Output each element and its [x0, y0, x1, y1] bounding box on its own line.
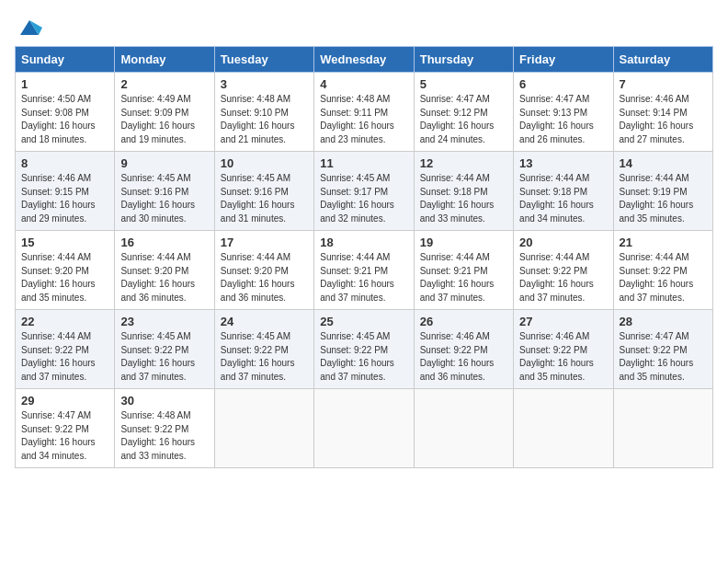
calendar-cell: 4Sunrise: 4:48 AM Sunset: 9:11 PM Daylig… [314, 73, 414, 152]
calendar-cell [514, 389, 613, 468]
day-info: Sunrise: 4:44 AM Sunset: 9:22 PM Dayligh… [519, 251, 607, 304]
calendar-cell: 29Sunrise: 4:47 AM Sunset: 9:22 PM Dayli… [16, 389, 115, 468]
day-number: 29 [21, 394, 108, 408]
day-number: 7 [620, 77, 707, 91]
calendar-cell: 21Sunrise: 4:44 AM Sunset: 9:22 PM Dayli… [613, 231, 712, 310]
day-number: 2 [120, 77, 208, 91]
day-header-sunday: Sunday [16, 47, 115, 73]
day-info: Sunrise: 4:49 AM Sunset: 9:09 PM Dayligh… [120, 93, 208, 146]
day-info: Sunrise: 4:46 AM Sunset: 9:22 PM Dayligh… [519, 330, 607, 384]
calendar-cell: 25Sunrise: 4:45 AM Sunset: 9:22 PM Dayli… [314, 310, 414, 389]
day-number: 12 [420, 156, 507, 170]
day-header-tuesday: Tuesday [214, 47, 313, 73]
calendar-cell: 27Sunrise: 4:46 AM Sunset: 9:22 PM Dayli… [514, 310, 613, 389]
day-number: 20 [519, 236, 607, 249]
calendar-cell: 28Sunrise: 4:47 AM Sunset: 9:22 PM Dayli… [613, 310, 712, 389]
calendar-cell: 1Sunrise: 4:50 AM Sunset: 9:08 PM Daylig… [16, 73, 115, 152]
calendar-week-row: 8Sunrise: 4:46 AM Sunset: 9:15 PM Daylig… [16, 152, 713, 231]
day-info: Sunrise: 4:44 AM Sunset: 9:21 PM Dayligh… [320, 251, 407, 304]
calendar-cell: 20Sunrise: 4:44 AM Sunset: 9:22 PM Dayli… [514, 231, 613, 310]
day-number: 9 [120, 156, 208, 170]
day-info: Sunrise: 4:44 AM Sunset: 9:22 PM Dayligh… [21, 330, 108, 384]
calendar-cell: 24Sunrise: 4:45 AM Sunset: 9:22 PM Dayli… [214, 310, 313, 389]
day-number: 14 [620, 156, 707, 170]
day-info: Sunrise: 4:46 AM Sunset: 9:15 PM Dayligh… [21, 172, 108, 225]
day-number: 16 [120, 236, 208, 249]
day-number: 25 [320, 315, 407, 328]
calendar-header-row: SundayMondayTuesdayWednesdayThursdayFrid… [16, 47, 713, 73]
day-number: 13 [519, 156, 607, 170]
day-info: Sunrise: 4:48 AM Sunset: 9:22 PM Dayligh… [120, 409, 208, 463]
day-header-wednesday: Wednesday [314, 47, 414, 73]
day-number: 21 [620, 236, 707, 249]
calendar-cell: 19Sunrise: 4:44 AM Sunset: 9:21 PM Dayli… [414, 231, 513, 310]
day-number: 5 [420, 77, 507, 91]
day-header-monday: Monday [115, 47, 214, 73]
day-number: 15 [21, 236, 108, 249]
day-info: Sunrise: 4:45 AM Sunset: 9:16 PM Dayligh… [120, 172, 208, 225]
day-number: 4 [320, 77, 407, 91]
day-info: Sunrise: 4:45 AM Sunset: 9:17 PM Dayligh… [320, 172, 407, 225]
calendar-cell [314, 389, 414, 468]
calendar-week-row: 29Sunrise: 4:47 AM Sunset: 9:22 PM Dayli… [16, 389, 713, 468]
day-info: Sunrise: 4:44 AM Sunset: 9:19 PM Dayligh… [620, 172, 707, 225]
calendar-cell [214, 389, 313, 468]
day-number: 6 [519, 77, 607, 91]
day-info: Sunrise: 4:47 AM Sunset: 9:22 PM Dayligh… [21, 409, 108, 463]
calendar-cell: 10Sunrise: 4:45 AM Sunset: 9:16 PM Dayli… [214, 152, 313, 231]
calendar-week-row: 1Sunrise: 4:50 AM Sunset: 9:08 PM Daylig… [16, 73, 713, 152]
calendar-cell: 5Sunrise: 4:47 AM Sunset: 9:12 PM Daylig… [414, 73, 513, 152]
calendar-cell: 22Sunrise: 4:44 AM Sunset: 9:22 PM Dayli… [16, 310, 115, 389]
day-header-friday: Friday [514, 47, 613, 73]
day-number: 30 [120, 394, 208, 408]
day-info: Sunrise: 4:45 AM Sunset: 9:16 PM Dayligh… [221, 172, 308, 225]
day-number: 1 [21, 77, 108, 91]
calendar-cell [613, 389, 712, 468]
day-info: Sunrise: 4:45 AM Sunset: 9:22 PM Dayligh… [120, 330, 208, 384]
day-info: Sunrise: 4:48 AM Sunset: 9:11 PM Dayligh… [320, 93, 407, 146]
day-info: Sunrise: 4:44 AM Sunset: 9:18 PM Dayligh… [519, 172, 607, 225]
day-info: Sunrise: 4:45 AM Sunset: 9:22 PM Dayligh… [320, 330, 407, 384]
day-info: Sunrise: 4:46 AM Sunset: 9:14 PM Dayligh… [620, 93, 707, 146]
day-number: 18 [320, 236, 407, 249]
day-info: Sunrise: 4:46 AM Sunset: 9:22 PM Dayligh… [420, 330, 507, 384]
day-info: Sunrise: 4:44 AM Sunset: 9:20 PM Dayligh… [120, 251, 208, 304]
day-header-thursday: Thursday [414, 47, 513, 73]
calendar-cell: 7Sunrise: 4:46 AM Sunset: 9:14 PM Daylig… [613, 73, 712, 152]
day-info: Sunrise: 4:45 AM Sunset: 9:22 PM Dayligh… [221, 330, 308, 384]
day-number: 19 [420, 236, 507, 249]
calendar-cell: 13Sunrise: 4:44 AM Sunset: 9:18 PM Dayli… [514, 152, 613, 231]
calendar-cell: 16Sunrise: 4:44 AM Sunset: 9:20 PM Dayli… [115, 231, 214, 310]
day-info: Sunrise: 4:47 AM Sunset: 9:22 PM Dayligh… [620, 330, 707, 384]
logo [15, 15, 42, 40]
calendar-cell [414, 389, 513, 468]
day-info: Sunrise: 4:44 AM Sunset: 9:22 PM Dayligh… [620, 251, 707, 304]
day-info: Sunrise: 4:50 AM Sunset: 9:08 PM Dayligh… [21, 93, 108, 146]
calendar-cell: 30Sunrise: 4:48 AM Sunset: 9:22 PM Dayli… [115, 389, 214, 468]
day-number: 3 [221, 77, 308, 91]
logo-icon [17, 15, 42, 40]
day-header-saturday: Saturday [613, 47, 712, 73]
day-info: Sunrise: 4:44 AM Sunset: 9:21 PM Dayligh… [420, 251, 507, 304]
calendar-cell: 15Sunrise: 4:44 AM Sunset: 9:20 PM Dayli… [16, 231, 115, 310]
day-number: 26 [420, 315, 507, 328]
day-number: 24 [221, 315, 308, 328]
calendar-week-row: 15Sunrise: 4:44 AM Sunset: 9:20 PM Dayli… [16, 231, 713, 310]
calendar-cell: 17Sunrise: 4:44 AM Sunset: 9:20 PM Dayli… [214, 231, 313, 310]
calendar-cell: 12Sunrise: 4:44 AM Sunset: 9:18 PM Dayli… [414, 152, 513, 231]
calendar-cell: 2Sunrise: 4:49 AM Sunset: 9:09 PM Daylig… [115, 73, 214, 152]
day-number: 22 [21, 315, 108, 328]
day-number: 23 [120, 315, 208, 328]
day-info: Sunrise: 4:48 AM Sunset: 9:10 PM Dayligh… [221, 93, 308, 146]
day-number: 28 [620, 315, 707, 328]
day-number: 17 [221, 236, 308, 249]
calendar-cell: 26Sunrise: 4:46 AM Sunset: 9:22 PM Dayli… [414, 310, 513, 389]
calendar-week-row: 22Sunrise: 4:44 AM Sunset: 9:22 PM Dayli… [16, 310, 713, 389]
calendar-cell: 3Sunrise: 4:48 AM Sunset: 9:10 PM Daylig… [214, 73, 313, 152]
day-number: 10 [221, 156, 308, 170]
calendar-cell: 9Sunrise: 4:45 AM Sunset: 9:16 PM Daylig… [115, 152, 214, 231]
day-info: Sunrise: 4:44 AM Sunset: 9:20 PM Dayligh… [221, 251, 308, 304]
calendar-table: SundayMondayTuesdayWednesdayThursdayFrid… [15, 46, 713, 468]
calendar-cell: 11Sunrise: 4:45 AM Sunset: 9:17 PM Dayli… [314, 152, 414, 231]
day-info: Sunrise: 4:47 AM Sunset: 9:12 PM Dayligh… [420, 93, 507, 146]
